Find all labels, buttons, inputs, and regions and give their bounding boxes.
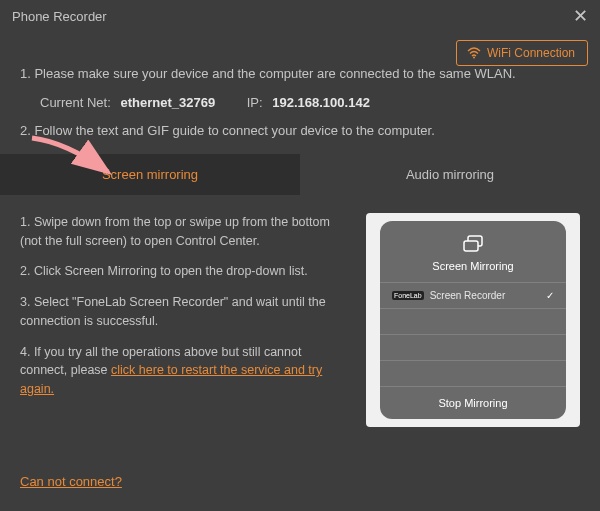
step-2-text: 2. Click Screen Mirroring to open the dr…: [20, 262, 348, 281]
screen-mirroring-icon: [380, 235, 566, 256]
app-badge: FoneLab: [392, 291, 424, 300]
step-4-text: 4. If you try all the operations above b…: [20, 343, 348, 399]
wifi-connection-button[interactable]: WiFi Connection: [456, 40, 588, 66]
instruction-step-2: 2. Follow the text and GIF guide to conn…: [20, 117, 580, 146]
empty-row: [380, 360, 566, 386]
mirror-panel-title: Screen Mirroring: [380, 260, 566, 272]
current-net-label: Current Net:: [40, 89, 111, 118]
empty-row: [380, 308, 566, 334]
tab-screen-mirroring[interactable]: Screen mirroring: [0, 154, 300, 195]
stop-mirroring-label: Stop Mirroring: [380, 386, 566, 411]
content-area: 1. Swipe down from the top or swipe up f…: [0, 195, 600, 427]
cannot-connect-link[interactable]: Can not connect?: [20, 474, 122, 489]
close-icon[interactable]: ✕: [573, 5, 588, 27]
svg-point-0: [473, 57, 475, 59]
mirror-device-row: FoneLab Screen Recorder ✓: [380, 282, 566, 308]
step-1-text: 1. Swipe down from the top or swipe up f…: [20, 213, 348, 251]
steps-text: 1. Swipe down from the top or swipe up f…: [20, 213, 348, 427]
ip-value: 192.168.100.142: [272, 95, 370, 110]
window-title: Phone Recorder: [12, 9, 107, 24]
tabs-container: Screen mirroring Audio mirroring: [0, 154, 600, 195]
empty-row: [380, 334, 566, 360]
phone-mirroring-panel: Screen Mirroring FoneLab Screen Recorder…: [380, 221, 566, 419]
preview-panel: Screen Mirroring FoneLab Screen Recorder…: [366, 213, 580, 427]
ip-label: IP:: [247, 89, 263, 118]
device-name: Screen Recorder: [430, 290, 546, 301]
wifi-icon: [467, 47, 481, 59]
wifi-button-label: WiFi Connection: [487, 46, 575, 60]
current-net-value: ethernet_32769: [120, 95, 215, 110]
svg-rect-2: [464, 241, 478, 251]
check-icon: ✓: [546, 290, 554, 301]
step-3-text: 3. Select "FoneLab Screen Recorder" and …: [20, 293, 348, 331]
network-info-row: Current Net: ethernet_32769 IP: 192.168.…: [20, 89, 580, 118]
titlebar: Phone Recorder ✕: [0, 0, 600, 32]
tab-audio-mirroring[interactable]: Audio mirroring: [300, 154, 600, 195]
